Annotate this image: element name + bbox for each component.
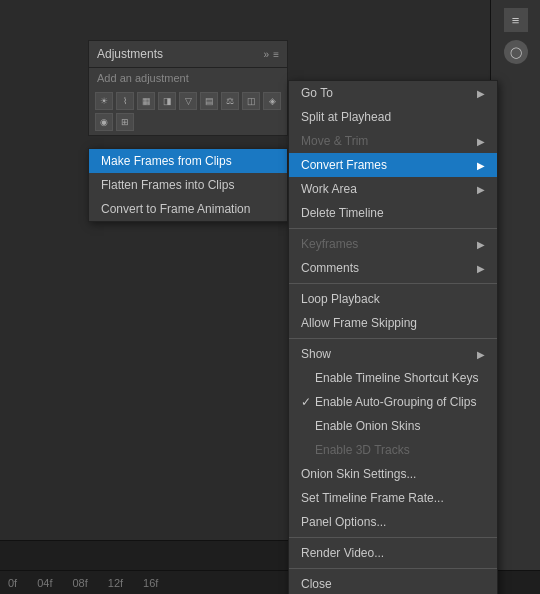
timeline-marker-1: 04f xyxy=(37,577,52,589)
tool-curves[interactable]: ⌇ xyxy=(116,92,134,110)
menu-item-enable-onion-skins[interactable]: ✓ Enable Onion Skins xyxy=(289,414,497,438)
menu-item-delete-timeline[interactable]: Delete Timeline xyxy=(289,201,497,225)
comments-arrow: ▶ xyxy=(477,263,485,274)
adjustments-panel: Adjustments » ≡ Add an adjustment ☀ ⌇ ▦ … xyxy=(88,40,288,136)
adjustments-subtitle: Add an adjustment xyxy=(89,68,287,88)
menu-item-loop-playback[interactable]: Loop Playback xyxy=(289,287,497,311)
panel-icon-1[interactable]: ≡ xyxy=(504,8,528,32)
menu-item-onion-skin-settings[interactable]: Onion Skin Settings... xyxy=(289,462,497,486)
separator-4 xyxy=(289,537,497,538)
tool-row2-3[interactable]: ◫ xyxy=(242,92,260,110)
adjustments-header: Adjustments » ≡ xyxy=(89,41,287,68)
onion-skins-label: Enable Onion Skins xyxy=(315,419,420,433)
move-trim-arrow: ▶ xyxy=(477,136,485,147)
separator-1 xyxy=(289,228,497,229)
menu-item-convert-frames[interactable]: Convert Frames ▶ xyxy=(289,153,497,177)
menu-item-flatten-frames[interactable]: Flatten Frames into Clips xyxy=(89,173,287,197)
shortcut-keys-label: Enable Timeline Shortcut Keys xyxy=(315,371,478,385)
auto-grouping-label: Enable Auto-Grouping of Clips xyxy=(315,395,476,409)
menu-item-allow-frame-skipping[interactable]: Allow Frame Skipping xyxy=(289,311,497,335)
menu-item-go-to[interactable]: Go To ▶ xyxy=(289,81,497,105)
adjustments-title: Adjustments xyxy=(97,47,163,61)
menu-item-comments[interactable]: Comments ▶ xyxy=(289,256,497,280)
left-context-menu: Make Frames from Clips Flatten Frames in… xyxy=(88,148,288,222)
comments-label: Comments xyxy=(301,261,359,275)
menu-item-enable-3d-tracks: ✓ Enable 3D Tracks xyxy=(289,438,497,462)
hamburger-icon[interactable]: ≡ xyxy=(273,49,279,60)
timeline-marker-0: 0f xyxy=(8,577,17,589)
menu-item-keyframes: Keyframes ▶ xyxy=(289,232,497,256)
separator-3 xyxy=(289,338,497,339)
move-trim-label: Move & Trim xyxy=(301,134,368,148)
go-to-arrow: ▶ xyxy=(477,88,485,99)
adjustments-tools: ☀ ⌇ ▦ ◨ ▽ ▤ ⚖ ◫ ◈ ◉ ⊞ xyxy=(89,88,287,135)
show-label: Show xyxy=(301,347,331,361)
timeline-marker-2: 08f xyxy=(72,577,87,589)
keyframes-arrow: ▶ xyxy=(477,239,485,250)
menu-item-panel-options[interactable]: Panel Options... xyxy=(289,510,497,534)
menu-item-render-video[interactable]: Render Video... xyxy=(289,541,497,565)
keyframes-label: Keyframes xyxy=(301,237,358,251)
menu-item-enable-shortcut-keys[interactable]: ✓ Enable Timeline Shortcut Keys xyxy=(289,366,497,390)
menu-item-close[interactable]: Close xyxy=(289,572,497,594)
work-area-arrow: ▶ xyxy=(477,184,485,195)
tool-brightness[interactable]: ☀ xyxy=(95,92,113,110)
tool-gradient[interactable]: ▽ xyxy=(179,92,197,110)
go-to-label: Go To xyxy=(301,86,333,100)
menu-item-split-playhead[interactable]: Split at Playhead xyxy=(289,105,497,129)
3d-tracks-label: Enable 3D Tracks xyxy=(315,443,410,457)
convert-frames-arrow: ▶ xyxy=(477,160,485,171)
work-area-label: Work Area xyxy=(301,182,357,196)
timeline-marker-4: 16f xyxy=(143,577,158,589)
menu-item-move-trim: Move & Trim ▶ xyxy=(289,129,497,153)
auto-grouping-check: ✓ xyxy=(301,395,311,409)
menu-item-enable-auto-grouping[interactable]: ✓ Enable Auto-Grouping of Clips xyxy=(289,390,497,414)
menu-item-set-frame-rate[interactable]: Set Timeline Frame Rate... xyxy=(289,486,497,510)
tool-row2-5[interactable]: ◉ xyxy=(95,113,113,131)
tool-photo[interactable]: ◨ xyxy=(158,92,176,110)
tool-levels[interactable]: ▦ xyxy=(137,92,155,110)
menu-item-work-area[interactable]: Work Area ▶ xyxy=(289,177,497,201)
expand-icon[interactable]: » xyxy=(264,49,270,60)
menu-item-make-frames[interactable]: Make Frames from Clips xyxy=(89,149,287,173)
tool-row2-4[interactable]: ◈ xyxy=(263,92,281,110)
adjustments-icons: » ≡ xyxy=(264,49,279,60)
separator-2 xyxy=(289,283,497,284)
timeline-marker-3: 12f xyxy=(108,577,123,589)
right-context-menu: Go To ▶ Split at Playhead Move & Trim ▶ … xyxy=(288,80,498,594)
tool-row2-6[interactable]: ⊞ xyxy=(116,113,134,131)
show-arrow: ▶ xyxy=(477,349,485,360)
tool-row2-2[interactable]: ⚖ xyxy=(221,92,239,110)
panel-icon-2[interactable]: ◯ xyxy=(504,40,528,64)
convert-frames-label: Convert Frames xyxy=(301,158,387,172)
menu-item-convert-frame[interactable]: Convert to Frame Animation xyxy=(89,197,287,221)
menu-item-show[interactable]: Show ▶ xyxy=(289,342,497,366)
separator-5 xyxy=(289,568,497,569)
tool-row2-1[interactable]: ▤ xyxy=(200,92,218,110)
left-background xyxy=(0,0,88,570)
